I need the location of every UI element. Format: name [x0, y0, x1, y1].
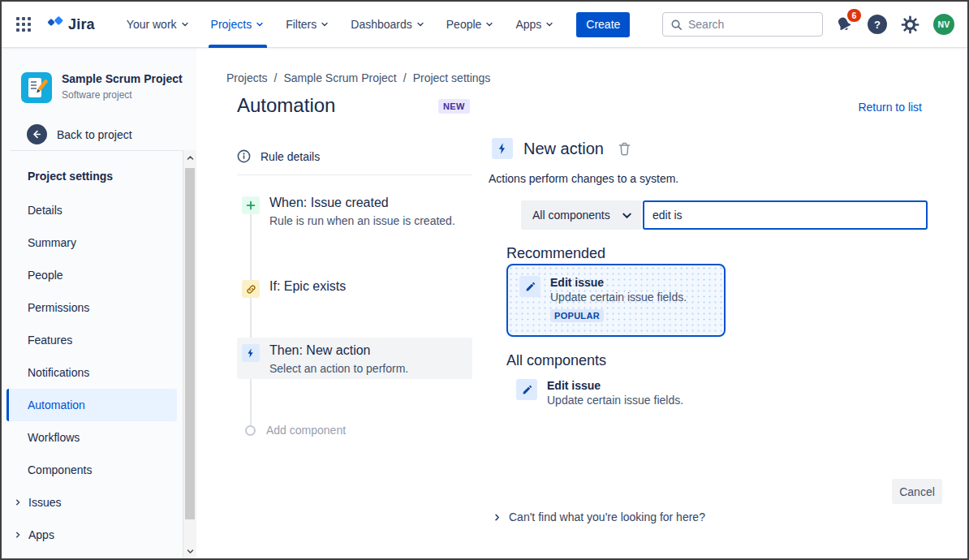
help-button[interactable]: ?: [868, 15, 887, 34]
sidebar-section-title: Project settings: [28, 170, 113, 183]
sidebar-item-automation[interactable]: Automation: [6, 389, 177, 421]
link-icon: [242, 280, 260, 298]
rule-details-link[interactable]: Rule details: [237, 149, 320, 163]
step-condition[interactable]: If: Epic exists: [237, 278, 472, 298]
sidebar-item-people[interactable]: People: [2, 259, 183, 291]
breadcrumb: Projects / Sample Scrum Project / Projec…: [226, 71, 490, 84]
chevron-down-icon: [180, 19, 190, 32]
cant-find-disclosure[interactable]: Can't find what you're looking for here?: [493, 510, 705, 523]
item-subtitle: Update certain issue fields.: [547, 394, 683, 407]
step-condition-title: If: Epic exists: [269, 278, 346, 295]
global-search[interactable]: [662, 12, 823, 37]
breadcrumb-project-name[interactable]: Sample Scrum Project: [283, 71, 396, 84]
breadcrumb-separator: /: [274, 71, 278, 84]
page-title: Automation: [237, 94, 335, 117]
project-header: Sample Scrum Project Software project: [21, 72, 183, 103]
step-action-subtitle: Select an action to perform.: [269, 362, 408, 375]
cancel-button[interactable]: Cancel: [892, 479, 942, 504]
recommended-edit-issue-card[interactable]: Edit issue Update certain issue fields. …: [506, 264, 726, 337]
user-avatar[interactable]: NV: [933, 14, 954, 35]
sidebar-item-summary[interactable]: Summary: [2, 226, 183, 259]
return-to-list-link[interactable]: Return to list: [858, 101, 922, 114]
breadcrumb-project-settings[interactable]: Project settings: [413, 71, 491, 84]
chevron-down-icon: [255, 19, 265, 32]
project-name: Sample Scrum Project: [62, 72, 183, 86]
action-panel-description: Actions perform changes to a system.: [489, 172, 678, 185]
search-icon: [670, 19, 683, 31]
step-action-selected[interactable]: Then: New action Select an action to per…: [237, 338, 472, 379]
nav-item-dashboards[interactable]: Dashboards: [340, 2, 436, 48]
sidebar-item-workflows[interactable]: Workflows: [2, 421, 183, 454]
top-navigation-bar: Jira Your work Projects Filters Dashboar…: [2, 2, 967, 48]
add-component-button[interactable]: Add component: [237, 424, 346, 437]
project-header-text: Sample Scrum Project Software project: [62, 72, 183, 101]
settings-button[interactable]: [901, 15, 919, 34]
chevron-right-icon: [493, 513, 502, 522]
scrollbar-thumb[interactable]: [185, 168, 195, 519]
empty-circle-icon: [245, 425, 256, 436]
sidebar-item-components[interactable]: Components: [2, 454, 183, 486]
nav-item-apps[interactable]: Apps: [505, 2, 565, 48]
plus-icon: [242, 196, 260, 214]
nav-item-filters[interactable]: Filters: [275, 2, 340, 48]
back-to-project-button[interactable]: Back to project: [27, 124, 132, 144]
chevron-right-icon: [14, 528, 22, 541]
settings-menu: Details Summary People Permissions Featu…: [2, 194, 183, 551]
trash-icon: [618, 142, 631, 156]
jira-window: Jira Your work Projects Filters Dashboar…: [0, 0, 969, 560]
lightning-icon: [242, 344, 260, 362]
notification-count-badge: 6: [847, 9, 861, 22]
breadcrumb-projects[interactable]: Projects: [226, 71, 268, 84]
step-action-title: Then: New action: [269, 342, 408, 359]
action-panel-header: New action: [492, 138, 631, 159]
chevron-down-icon: [484, 19, 494, 32]
chevron-down-icon: [621, 209, 633, 222]
main-content: Projects / Sample Scrum Project / Projec…: [196, 48, 967, 558]
sidebar-divider: [10, 150, 183, 151]
scrollbar-up-button[interactable]: [183, 150, 196, 165]
sidebar-item-notifications[interactable]: Notifications: [2, 356, 183, 389]
component-filter-dropdown[interactable]: All components: [521, 200, 641, 230]
sidebar-item-details[interactable]: Details: [2, 194, 183, 226]
project-settings-sidebar: Sample Scrum Project Software project Ba…: [2, 48, 196, 558]
info-icon: [237, 149, 251, 163]
chevron-down-icon: [320, 19, 329, 32]
step-connector-line: [250, 210, 252, 429]
card-subtitle: Update certain issue fields.: [550, 291, 687, 304]
chevron-right-icon: [14, 496, 22, 509]
new-badge: NEW: [438, 99, 470, 114]
search-input[interactable]: [688, 18, 822, 31]
project-avatar: [21, 72, 52, 103]
jira-logo-text: Jira: [68, 16, 95, 33]
notifications-button[interactable]: 6: [834, 15, 854, 34]
step-trigger-subtitle: Rule is run when an issue is created.: [269, 214, 455, 227]
nav-item-projects[interactable]: Projects: [200, 2, 276, 48]
project-type: Software project: [62, 89, 183, 101]
sidebar-item-features[interactable]: Features: [2, 324, 183, 356]
create-button[interactable]: Create: [576, 12, 630, 37]
action-search-input[interactable]: [643, 200, 928, 230]
action-panel-title: New action: [523, 140, 604, 158]
sidebar-item-apps[interactable]: Apps: [2, 519, 183, 551]
jira-logo[interactable]: Jira: [44, 14, 95, 35]
step-trigger[interactable]: When: Issue created Rule is run when an …: [237, 195, 472, 227]
breadcrumb-separator: /: [403, 71, 407, 84]
app-switcher-icon[interactable]: [16, 17, 31, 32]
nav-item-people[interactable]: People: [436, 2, 506, 48]
scrollbar-down-button[interactable]: [183, 544, 196, 558]
nav-item-your-work[interactable]: Your work: [116, 2, 200, 48]
builder-divider: [237, 174, 472, 175]
chevron-down-icon: [545, 19, 554, 32]
all-components-edit-issue-item[interactable]: Edit issue Update certain issue fields.: [516, 379, 683, 407]
delete-action-button[interactable]: [618, 142, 631, 156]
pencil-icon: [519, 276, 540, 297]
sidebar-item-issues[interactable]: Issues: [2, 486, 183, 519]
recommended-heading: Recommended: [506, 245, 605, 262]
action-filter-controls: All components: [521, 200, 928, 230]
all-components-heading: All components: [506, 352, 606, 369]
sidebar-item-permissions[interactable]: Permissions: [2, 291, 183, 324]
step-trigger-title: When: Issue created: [269, 195, 455, 211]
nav-right-cluster: 6 ? NV: [834, 14, 954, 35]
popular-badge: POPULAR: [550, 309, 604, 322]
back-arrow-icon: [27, 124, 47, 144]
